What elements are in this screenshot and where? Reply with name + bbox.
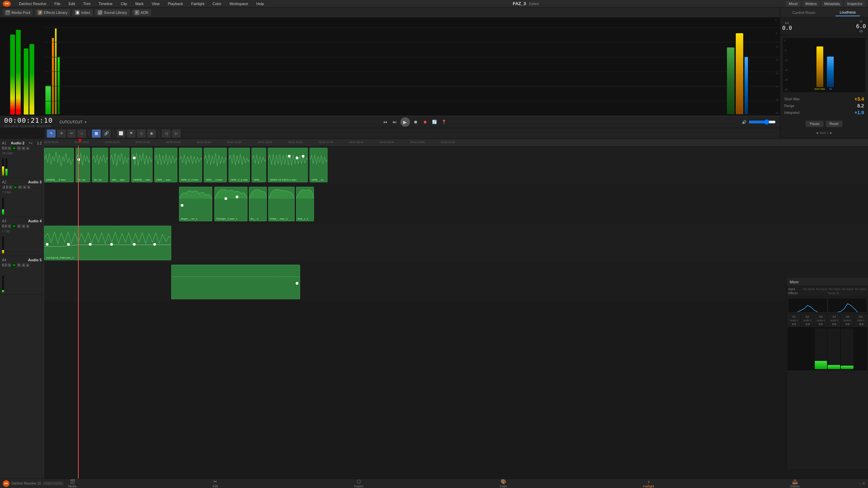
record-btn[interactable]: ⏺ <box>421 118 429 126</box>
nav-fairlight[interactable]: ♪ Fairlight <box>636 478 661 488</box>
home-icon[interactable]: ⌂ <box>859 482 861 485</box>
inspector-btn[interactable]: Inspector <box>845 1 865 7</box>
menu-edit[interactable]: Edit <box>67 1 76 6</box>
clip-a4-1[interactable] <box>171 265 300 300</box>
clip-a1-12[interactable]: 1806_...wav <box>310 148 328 183</box>
nav-fusion[interactable]: ⬡ Fusion <box>348 478 370 488</box>
clip-a1-10[interactable]: 1806_...wav <box>252 148 266 183</box>
media-pool-btn[interactable]: 🎬 Media Pool <box>3 9 33 16</box>
snap-btn[interactable]: ▦ <box>92 129 101 138</box>
track-a1-vol[interactable]: 0.0 <box>2 146 7 150</box>
cp-a4-1-1[interactable] <box>296 282 298 285</box>
menu-mark[interactable]: Mark <box>134 1 145 6</box>
cp-a1-5-1[interactable] <box>133 157 136 159</box>
control-room-tab[interactable]: Control Room <box>788 9 820 16</box>
loudness-tab[interactable]: Loudness <box>835 9 860 16</box>
track-a4-vol[interactable]: 0.0 <box>2 263 7 267</box>
nav-color[interactable]: 🎨 Color <box>493 478 514 488</box>
menu-timeline[interactable]: Timeline <box>97 1 114 6</box>
clip-a2-4[interactable]: Kuka_...wav_1 <box>268 187 295 222</box>
mode-dropdown-arrow[interactable]: ▼ <box>84 120 87 124</box>
track-a3-record[interactable]: R <box>17 224 21 228</box>
track-a4-auto[interactable]: A <box>22 263 25 267</box>
cp-a2-1-1[interactable] <box>181 204 183 207</box>
stop-btn[interactable]: ⏹ <box>412 118 419 126</box>
menu-view[interactable]: View <box>150 1 161 6</box>
go-to-start-btn[interactable]: ⏮ <box>381 118 389 126</box>
arrow-left-btn[interactable]: ◁ <box>162 129 171 138</box>
timeline-area[interactable]: 00:00:08:00 00:00:19:00 00:00:30:00 00:0… <box>44 139 868 479</box>
index-btn[interactable]: 📋 Index <box>72 9 93 16</box>
clip-a3-1[interactable]: 1sd.Epical_Fath.wav_1 <box>44 226 171 261</box>
clip-a1-7[interactable]: 1806_0_2.wav <box>179 148 202 183</box>
clip-a1-9[interactable]: 1806_0_2.wav <box>229 148 250 183</box>
zoom-in-btn[interactable]: ⬜ <box>117 129 125 138</box>
sound-library-btn[interactable]: 🔊 Sound Library <box>95 9 130 16</box>
cp-a1-11-2[interactable] <box>296 157 298 159</box>
nav-edit[interactable]: ✂ Edit <box>206 478 225 488</box>
cp-a3-1-6[interactable] <box>153 243 156 246</box>
reset-button[interactable]: Reset <box>826 121 843 127</box>
pause-button[interactable]: Pause <box>806 121 823 127</box>
track-a1-mute[interactable]: M <box>12 146 16 150</box>
menu-clip[interactable]: Clip <box>119 1 129 6</box>
clip-a2-1[interactable]: Augm_...ev_1 <box>179 187 212 222</box>
track-a4-extra[interactable]: ▸ <box>26 263 29 267</box>
clip-a1-3[interactable]: 18...av <box>92 148 108 183</box>
menu-trim[interactable]: Trim <box>82 1 92 6</box>
menu-davinci[interactable]: DaVinci Resolve <box>18 1 48 6</box>
main1-right-arrow[interactable]: ▶ <box>830 131 832 135</box>
clip-a1-1[interactable]: 180608_...3.wav <box>44 148 74 183</box>
nav-media[interactable]: 🎬 Media <box>61 478 83 488</box>
clip-a1-8[interactable]: 1806_...2.wav <box>204 148 227 183</box>
track-a1-auto[interactable]: A <box>22 146 25 150</box>
track-a3-extra[interactable]: ▸ <box>26 224 29 228</box>
track-a2-solo[interactable]: S <box>8 185 12 189</box>
effects-library-btn[interactable]: ⚡ Effects Library <box>35 9 70 16</box>
meters-btn[interactable]: Meters <box>803 1 820 7</box>
adr-btn[interactable]: 🎙 ADR <box>132 9 151 16</box>
step-back-btn[interactable]: ⏭ <box>391 118 398 126</box>
menu-fairlight[interactable]: Fairlight <box>190 1 206 6</box>
track-a3-solo[interactable]: S <box>7 224 11 228</box>
track-a3-vol[interactable]: 0.0 <box>2 224 7 228</box>
track-a2-vol[interactable]: -2.0 <box>2 185 8 189</box>
cp-a2-2-1[interactable] <box>224 197 227 200</box>
master-volume-slider[interactable] <box>749 119 776 125</box>
cp-a3-1-1[interactable] <box>46 243 48 246</box>
clip-a2-5[interactable]: Kuk_v_1 <box>296 187 314 222</box>
clip-a1-5[interactable]: 180608_...wav <box>131 148 153 183</box>
track-a3-mute[interactable]: M <box>12 224 16 228</box>
track-a4-mute[interactable]: M <box>12 263 16 267</box>
cp-a3-1-3[interactable] <box>89 243 92 246</box>
menu-color[interactable]: Color <box>211 1 223 6</box>
loop-btn[interactable]: 🔄 <box>431 118 438 126</box>
link-btn[interactable]: 🔗 <box>102 129 111 138</box>
menu-help[interactable]: Help <box>255 1 265 6</box>
track-a2-record[interactable]: R <box>18 185 22 189</box>
eq-display-2[interactable] <box>828 299 867 312</box>
marker-btn[interactable]: 📍 <box>440 118 448 126</box>
tool-extra-btn[interactable]: ◉ <box>147 129 156 138</box>
clip-a1-11[interactable]: 18060 V4 FAZ3-2.wav <box>268 148 308 183</box>
clip-a2-2[interactable]: Transpo_1.wav_1 <box>214 187 248 222</box>
select-tool-btn[interactable]: ↖ <box>47 129 56 138</box>
metadata-btn[interactable]: Metadata <box>822 1 843 7</box>
arrow-right-btn[interactable]: ▷ <box>172 129 181 138</box>
slip-tool-btn[interactable]: ↔ <box>77 129 86 138</box>
track-a1-record[interactable]: R <box>17 146 21 150</box>
clip-a2-3[interactable]: Ku_..1 <box>249 187 267 222</box>
track-a4-solo[interactable]: S <box>7 263 11 267</box>
menu-workspace[interactable]: Workspace <box>228 1 250 6</box>
track-a1-solo[interactable]: S <box>7 146 11 150</box>
track-a2-extra[interactable]: ▸ <box>27 185 31 189</box>
marker2-btn[interactable]: ◇ <box>137 129 146 138</box>
menu-playback[interactable]: Playback <box>166 1 184 6</box>
range-tool-btn[interactable]: ✛ <box>57 129 66 138</box>
mixer-btn[interactable]: Mixer <box>786 1 801 7</box>
cp-a1-11-1[interactable] <box>288 155 291 158</box>
settings-icon[interactable]: ⚙ <box>862 482 865 485</box>
clip-a1-2[interactable]: 18...av <box>76 148 90 183</box>
flag-btn[interactable]: ⚑ <box>127 129 136 138</box>
clip-a1-6[interactable]: 1806_...wav <box>154 148 177 183</box>
